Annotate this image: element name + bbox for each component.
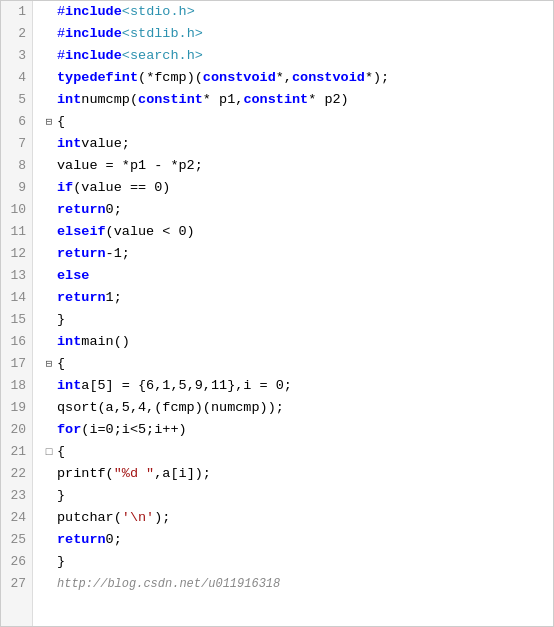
token: return (57, 287, 106, 309)
fold-gutter-5: · (41, 89, 57, 111)
token: numcmp( (81, 89, 138, 111)
token: 0; (106, 529, 122, 551)
token: (value < 0) (106, 221, 195, 243)
line-number-9: 9 (7, 177, 26, 199)
token: *, (276, 67, 292, 89)
token: 1; (106, 287, 122, 309)
code-line-3: ·#include <search.h> (41, 45, 545, 67)
fold-gutter-6[interactable]: ⊟ (41, 111, 57, 133)
code-line-9: · if(value == 0) (41, 177, 545, 199)
token: putchar( (57, 507, 122, 529)
line-number-12: 12 (7, 243, 26, 265)
code-line-15: · } (41, 309, 545, 331)
line-number-24: 24 (7, 507, 26, 529)
line-number-21: 21 (7, 441, 26, 463)
fold-gutter-15: · (41, 309, 57, 331)
fold-gutter-12: · (41, 243, 57, 265)
token: http://blog.csdn.net/u011916318 (57, 573, 280, 595)
line-number-17: 17 (7, 353, 26, 375)
line-number-25: 25 (7, 529, 26, 551)
token: <stdio.h> (122, 1, 195, 23)
code-line-22: · printf("%d ",a[i]); (41, 463, 545, 485)
token: { (57, 111, 65, 133)
line-number-18: 18 (7, 375, 26, 397)
line-number-10: 10 (7, 199, 26, 221)
fold-gutter-13: · (41, 265, 57, 287)
fold-gutter-20: · (41, 419, 57, 441)
token: int (57, 89, 81, 111)
line-number-7: 7 (7, 133, 26, 155)
line-number-27: 27 (7, 573, 26, 595)
token: void (243, 67, 275, 89)
token: # (57, 45, 65, 67)
token: return (57, 243, 106, 265)
token: int (284, 89, 308, 111)
token: ,a[i]); (154, 463, 211, 485)
fold-gutter-7: · (41, 133, 57, 155)
code-line-16: · int main() (41, 331, 545, 353)
fold-gutter-19: · (41, 397, 57, 419)
token: <stdlib.h> (122, 23, 203, 45)
fold-gutter-27: · (41, 573, 57, 595)
line-number-16: 16 (7, 331, 26, 353)
code-line-5: · int numcmp(const int* p1,const int* p2… (41, 89, 545, 111)
line-number-8: 8 (7, 155, 26, 177)
fold-gutter-4: · (41, 67, 57, 89)
line-number-1: 1 (7, 1, 26, 23)
line-numbers: 1234567891011121314151617181920212223242… (1, 1, 33, 626)
line-number-19: 19 (7, 397, 26, 419)
token: value = *p1 - *p2; (57, 155, 203, 177)
token: value; (81, 133, 130, 155)
token: "%d " (114, 463, 155, 485)
fold-gutter-3: · (41, 45, 57, 67)
token: '\n' (122, 507, 154, 529)
code-line-12: · return -1; (41, 243, 545, 265)
fold-gutter-25: · (41, 529, 57, 551)
token: * p1, (203, 89, 244, 111)
code-line-8: · value = *p1 - *p2; (41, 155, 545, 177)
token: include (65, 45, 122, 67)
line-number-5: 5 (7, 89, 26, 111)
token: if (57, 177, 73, 199)
token: else (57, 265, 89, 287)
token: const (203, 67, 244, 89)
token: printf( (57, 463, 114, 485)
code-line-10: · return 0; (41, 199, 545, 221)
code-line-18: · int a[5] = {6,1,5,9,11},i = 0; (41, 375, 545, 397)
code-area: 1234567891011121314151617181920212223242… (1, 1, 553, 626)
code-line-13: · else (41, 265, 545, 287)
code-line-14: · return 1; (41, 287, 545, 309)
code-line-20: · for(i=0;i<5;i++) (41, 419, 545, 441)
token: int (179, 89, 203, 111)
code-line-7: · int value; (41, 133, 545, 155)
token: ); (154, 507, 170, 529)
code-line-23: · } (41, 485, 545, 507)
line-number-13: 13 (7, 265, 26, 287)
fold-gutter-18: · (41, 375, 57, 397)
token: { (57, 441, 65, 463)
fold-gutter-1: · (41, 1, 57, 23)
fold-gutter-9: · (41, 177, 57, 199)
token: int (57, 133, 81, 155)
token: main() (81, 331, 130, 353)
code-line-17: ⊟{ (41, 353, 545, 375)
line-number-26: 26 (7, 551, 26, 573)
code-line-4: ·typedef int (*fcmp)(const void*,const v… (41, 67, 545, 89)
token: { (57, 353, 65, 375)
code-line-11: · else if(value < 0) (41, 221, 545, 243)
line-number-3: 3 (7, 45, 26, 67)
fold-gutter-21[interactable]: □ (41, 441, 57, 463)
token: *); (365, 67, 389, 89)
code-line-26: ·} (41, 551, 545, 573)
token: (value == 0) (73, 177, 170, 199)
fold-gutter-26: · (41, 551, 57, 573)
token: int (114, 67, 138, 89)
token: else (57, 221, 89, 243)
code-line-25: · return 0; (41, 529, 545, 551)
fold-gutter-2: · (41, 23, 57, 45)
fold-gutter-17[interactable]: ⊟ (41, 353, 57, 375)
token: void (332, 67, 364, 89)
line-number-4: 4 (7, 67, 26, 89)
token: a[5] = {6,1,5,9,11},i = 0; (81, 375, 292, 397)
token: (*fcmp)( (138, 67, 203, 89)
